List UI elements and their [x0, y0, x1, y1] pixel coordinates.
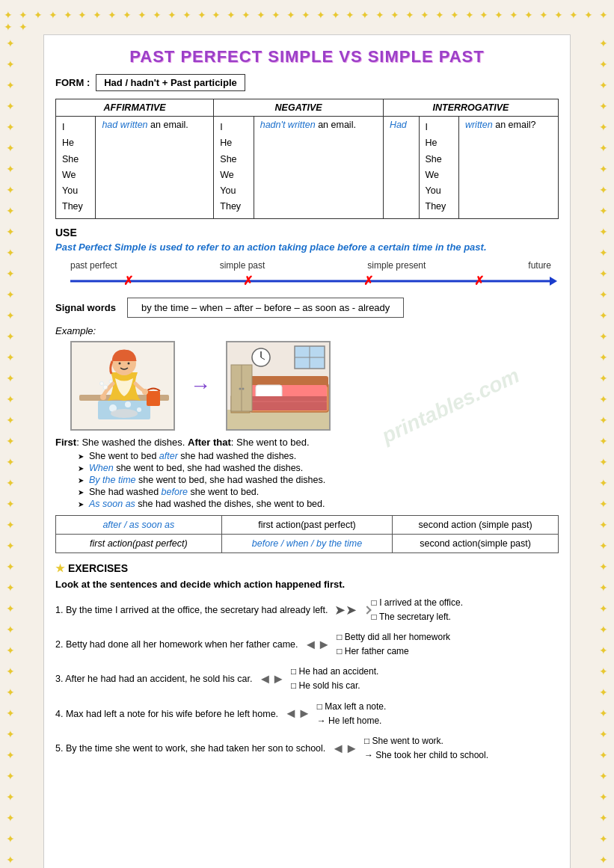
- signal-words: by the time – when – after – before – as…: [127, 298, 404, 318]
- svg-point-15: [100, 381, 104, 385]
- dishes-illustration: [70, 341, 175, 431]
- exercise-sentence-4: 4. Max had left a note for his wife befo…: [55, 709, 278, 719]
- choices-2: □ Betty did all her homework □ Her fathe…: [337, 630, 450, 659]
- exercise-sentence-5: 5. By the time she went to work, she had…: [55, 743, 325, 754]
- usage-cell-5: before / when / by the time: [221, 534, 392, 552]
- usage-cell-2: first action(past perfect): [221, 515, 392, 534]
- svg-point-10: [128, 362, 130, 364]
- bullet-list: She went to bed after she had washed the…: [78, 451, 559, 509]
- example-images: →: [70, 341, 559, 431]
- interrogative-verb: written an email?: [458, 117, 558, 219]
- double-arrow-3: ◄►: [258, 671, 285, 687]
- choice-3b: □ He sold his car.: [291, 679, 378, 693]
- header-interrogative: INTERROGATIVE: [383, 99, 558, 117]
- affirmative-verb: had written an email.: [96, 117, 214, 219]
- interrogative-pronouns: IHeSheWeYouThey: [419, 117, 458, 219]
- double-arrow-1: ➤➤: [334, 602, 357, 618]
- svg-point-9: [119, 362, 121, 364]
- use-description: Past Perfect Simple is used to refer to …: [55, 241, 559, 253]
- timeline-x4: ✗: [474, 273, 484, 287]
- choice-2a: □ Betty did all her homework: [337, 630, 450, 644]
- exercise-instruction: Look at the sentences and decide which a…: [55, 579, 559, 590]
- form-label: FORM :: [55, 77, 90, 88]
- timeline-x2: ✗: [243, 273, 253, 287]
- bullet-2: When she went to bed, she had washed the…: [78, 463, 559, 473]
- example-label: Example:: [55, 325, 559, 336]
- bullet-5: As soon as she had washed the dishes, sh…: [78, 499, 559, 509]
- double-arrow-4: ◄►: [284, 706, 311, 721]
- svg-point-4: [125, 401, 131, 407]
- header-affirmative: AFFIRMATIVE: [56, 99, 214, 117]
- svg-point-6: [111, 409, 138, 418]
- choice-4a: □ Max left a note.: [317, 700, 387, 714]
- timeline-labels: past perfect simple past simple present …: [63, 260, 559, 271]
- negative-verb: hadn't written an email.: [254, 117, 383, 219]
- use-section-title: USE: [55, 227, 559, 238]
- svg-point-14: [109, 380, 112, 383]
- exercise-item-5: 5. By the time she went to work, she had…: [55, 734, 559, 763]
- choice-3a: □ He had an accident.: [291, 665, 378, 679]
- choice-5b: → She took her child to school.: [364, 748, 488, 763]
- conjugation-table: AFFIRMATIVE NEGATIVE INTERROGATIVE IHeSh…: [55, 99, 559, 219]
- svg-point-13: [103, 385, 108, 390]
- choices-1: □ I arrived at the office. □ The secreta…: [372, 596, 463, 624]
- svg-point-37: [242, 387, 245, 390]
- bullet-4: She had washed before she went to bed.: [78, 487, 559, 497]
- signal-label: Signal words: [55, 302, 116, 313]
- choice-1b: □ The secretary left.: [372, 610, 463, 624]
- choices-5: □ She went to work. → She took her child…: [364, 734, 488, 763]
- svg-point-11: [100, 394, 106, 400]
- usage-cell-4: first action(past perfect): [56, 534, 222, 552]
- timeline: past perfect simple past simple present …: [63, 260, 559, 289]
- double-arrow-2: ◄►: [304, 637, 331, 653]
- svg-rect-32: [251, 396, 327, 410]
- form-formula: Had / hadn't + Past participle: [96, 74, 245, 91]
- affirmative-pronouns: IHeSheWeYouThey: [56, 117, 96, 219]
- usage-table: after / as soon as first action(past per…: [55, 515, 559, 553]
- after-that-label: After that: [188, 437, 231, 448]
- star-border-top: ✦ ✦ ✦ ✦ ✦ ✦ ✦ ✦ ✦ ✦ ✦ ✦ ✦ ✦ ✦ ✦ ✦ ✦ ✦ ✦ …: [0, 7, 614, 34]
- negative-pronouns: IHeSheWeYouThey: [214, 117, 254, 219]
- header-negative: NEGATIVE: [214, 99, 384, 117]
- usage-cell-6: second action(simple past): [393, 534, 559, 552]
- exercise-sentence-2: 2. Betty had done all her homework when …: [55, 639, 298, 650]
- exercise-item-2: 2. Betty had done all her homework when …: [55, 630, 559, 659]
- choices-3: □ He had an accident. □ He sold his car.: [291, 665, 378, 693]
- timeline-arrow: [550, 277, 557, 286]
- signal-row: Signal words by the time – when – after …: [55, 298, 559, 318]
- timeline-x3: ✗: [363, 273, 373, 287]
- page-title: PAST PERFECT SIMPLE VS SIMPLE PAST: [55, 47, 559, 67]
- exercises-title: ★ EXERCISES: [55, 562, 559, 574]
- example-sentence: First: She washed the dishes. After that…: [55, 437, 559, 448]
- exercise-item-1: 1. By the time I arrived at the office, …: [55, 596, 559, 624]
- timeline-label-1: past perfect: [70, 260, 117, 271]
- choice-2b: □ Her father came: [337, 644, 450, 659]
- double-arrow-5: ◄►: [331, 741, 358, 757]
- choices-4: □ Max left a note. → He left home.: [317, 700, 387, 728]
- svg-point-36: [239, 387, 242, 390]
- right-star-column: ✦ ✦ ✦ ✦ ✦ ✦ ✦ ✦ ✦ ✦ ✦ ✦ ✦ ✦ ✦ ✦ ✦ ✦ ✦ ✦ …: [593, 34, 614, 868]
- exercise-sentence-3: 3. After he had had an accident, he sold…: [55, 674, 252, 684]
- exercise-item-3: 3. After he had had an accident, he sold…: [55, 665, 559, 693]
- example-arrow: →: [190, 374, 211, 398]
- timeline-label-4: future: [528, 260, 551, 271]
- choice-5a: □ She went to work.: [364, 734, 488, 748]
- first-label: First: [55, 437, 76, 448]
- choice-1a: □ I arrived at the office.: [372, 596, 463, 610]
- usage-cell-3: second action (simple past): [393, 515, 559, 534]
- timeline-label-2: simple past: [220, 260, 265, 271]
- timeline-label-3: simple present: [367, 260, 426, 271]
- bedroom-illustration: [226, 341, 331, 431]
- svg-point-12: [142, 389, 148, 395]
- form-row: FORM : Had / hadn't + Past participle: [55, 74, 559, 91]
- exercise-sentence-1: 1. By the time I arrived at the office, …: [55, 605, 328, 615]
- timeline-bar: ✗ ✗ ✗ ✗: [70, 274, 551, 289]
- interrogative-had: Had: [383, 117, 419, 219]
- bullet-1: She went to bed after she had washed the…: [78, 451, 559, 461]
- timeline-x1: ✗: [123, 273, 133, 287]
- svg-point-5: [137, 407, 141, 412]
- left-star-column: ✦ ✦ ✦ ✦ ✦ ✦ ✦ ✦ ✦ ✦ ✦ ✦ ✦ ✦ ✦ ✦ ✦ ✦ ✦ ✦ …: [0, 34, 21, 868]
- arrow-icon-1: [363, 606, 371, 614]
- bullet-3: By the time she went to bed, she had was…: [78, 475, 559, 485]
- svg-rect-7: [147, 391, 160, 406]
